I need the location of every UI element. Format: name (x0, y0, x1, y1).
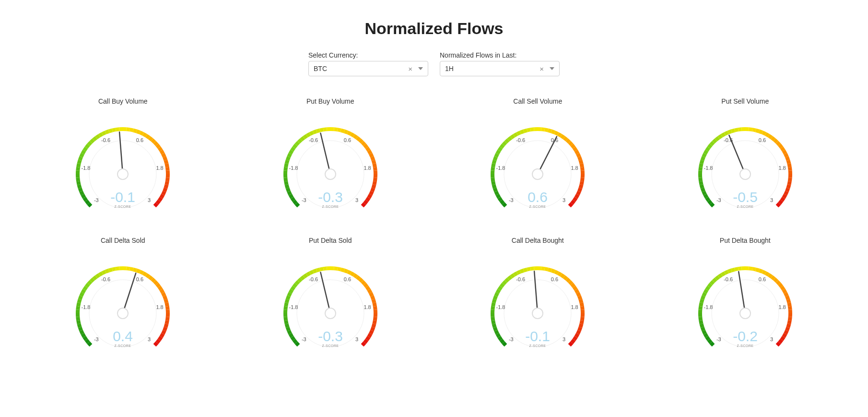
gauge-tick-label: 1.8 (778, 165, 786, 171)
gauge-needle (320, 133, 330, 174)
chevron-down-icon[interactable] (550, 67, 554, 70)
gauge-tick-label: 3 (770, 197, 773, 203)
gauge-tick-label: 3 (355, 336, 358, 342)
chevron-down-icon[interactable] (418, 67, 423, 70)
gauge-tick-label: -1.8 (496, 165, 505, 171)
gauge-title: Put Sell Volume (721, 97, 769, 105)
gauge-chart: -3-1.8-0.60.61.830.6Z-SCORE (475, 112, 600, 213)
gauge-value: -0.3 (318, 328, 343, 344)
gauge-tick-label: -0.6 (101, 137, 110, 143)
currency-label: Select Currency: (308, 51, 428, 59)
gauge-tick-label: 1.8 (156, 304, 164, 310)
gauge-unit-label: Z-SCORE (322, 205, 339, 208)
gauge-chart: -3-1.8-0.60.61.83-0.3Z-SCORE (268, 251, 393, 352)
gauge-tick-label: 0.6 (344, 137, 351, 143)
gauge-tick-label: -0.6 (724, 276, 733, 282)
gauge-tick-label: -1.8 (704, 304, 713, 310)
gauge-tick-label: -3 (716, 336, 721, 342)
clear-icon[interactable]: × (405, 65, 415, 72)
gauge-tick-label: -3 (94, 197, 99, 203)
gauge-cell: Put Delta Bought-3-1.8-0.60.61.83-0.2Z-S… (651, 237, 840, 352)
gauge-unit-label: Z-SCORE (529, 344, 546, 347)
page-title: Normalized Flows (0, 19, 868, 38)
controls-row: Select Currency: BTC × Normalized Flows … (0, 51, 868, 76)
gauge-cell: Call Delta Sold-3-1.8-0.60.61.830.4Z-SCO… (29, 237, 217, 352)
gauge-tick-label: -3 (716, 197, 721, 203)
gauge-tick-label: -3 (509, 336, 514, 342)
gauge-title: Put Delta Bought (720, 237, 771, 244)
gauge-tick-label: -1.8 (82, 304, 91, 310)
gauge-needle (123, 273, 136, 313)
currency-select[interactable]: BTC × (308, 61, 428, 76)
gauge-title: Call Buy Volume (98, 97, 148, 105)
gauge-needle (739, 272, 745, 313)
gauge-hub (325, 169, 336, 179)
gauge-tick-label: 1.8 (364, 304, 371, 310)
gauge-hub (325, 308, 336, 319)
gauges-grid: Call Buy Volume-3-1.8-0.60.61.83-0.1Z-SC… (0, 97, 868, 352)
window-select[interactable]: 1H × (440, 61, 560, 76)
gauge-tick-label: -3 (302, 197, 306, 203)
gauge-tick-label: 0.6 (136, 276, 143, 282)
gauge-tick-label: 1.8 (364, 165, 371, 171)
gauge-title: Call Delta Bought (512, 237, 564, 244)
gauge-tick-label: 0.6 (759, 276, 766, 282)
gauge-hub (117, 308, 128, 319)
gauge-cell: Call Buy Volume-3-1.8-0.60.61.83-0.1Z-SC… (29, 97, 217, 213)
gauge-unit-label: Z-SCORE (115, 205, 131, 208)
gauge-value: -0.3 (318, 189, 343, 205)
gauge-cell: Put Delta Sold-3-1.8-0.60.61.83-0.3Z-SCO… (236, 237, 425, 352)
gauge-tick-label: 0.6 (344, 276, 351, 282)
window-label: Normalized Flows in Last: (440, 51, 560, 59)
gauge-tick-label: 1.8 (156, 165, 164, 171)
currency-select-value: BTC (314, 65, 405, 72)
gauge-unit-label: Z-SCORE (115, 344, 131, 347)
gauge-hub (532, 169, 543, 179)
gauge-cell: Put Sell Volume-3-1.8-0.60.61.83-0.5Z-SC… (651, 97, 840, 213)
gauge-tick-label: -0.6 (101, 276, 110, 282)
gauge-chart: -3-1.8-0.60.61.83-0.3Z-SCORE (268, 112, 393, 213)
gauge-tick-label: -3 (94, 336, 99, 342)
gauge-needle (729, 135, 745, 174)
gauge-tick-label: -0.6 (516, 276, 525, 282)
gauge-tick-label: -0.6 (516, 137, 525, 143)
gauge-tick-label: 1.8 (571, 165, 578, 171)
gauge-unit-label: Z-SCORE (322, 344, 339, 347)
gauge-chart: -3-1.8-0.60.61.83-0.1Z-SCORE (475, 251, 600, 352)
gauge-tick-label: 3 (148, 336, 151, 342)
gauge-tick-label: 1.8 (571, 304, 578, 310)
gauge-title: Put Delta Sold (309, 237, 352, 244)
gauge-value: 0.6 (528, 189, 548, 205)
gauge-tick-label: 0.6 (551, 276, 558, 282)
gauge-tick-label: 3 (148, 197, 151, 203)
gauge-tick-label: 1.8 (778, 304, 786, 310)
window-select-value: 1H (445, 65, 537, 72)
gauge-tick-label: 3 (563, 197, 565, 203)
gauge-tick-label: -1.8 (82, 165, 91, 171)
gauge-tick-label: -3 (509, 197, 514, 203)
gauge-hub (740, 169, 751, 179)
gauge-tick-label: 3 (355, 197, 358, 203)
gauge-chart: -3-1.8-0.60.61.830.4Z-SCORE (60, 251, 185, 352)
gauge-unit-label: Z-SCORE (529, 205, 546, 208)
gauge-value: -0.1 (525, 328, 550, 344)
gauge-title: Put Buy Volume (306, 97, 354, 105)
gauge-value: -0.2 (733, 328, 758, 344)
clear-icon[interactable]: × (537, 65, 547, 72)
gauge-tick-label: -1.8 (289, 165, 298, 171)
gauge-value: 0.4 (113, 328, 133, 344)
gauge-tick-label: -1.8 (496, 304, 505, 310)
gauge-title: Call Delta Sold (101, 237, 145, 244)
gauge-cell: Call Delta Bought-3-1.8-0.60.61.83-0.1Z-… (444, 237, 632, 352)
gauge-tick-label: 3 (563, 336, 565, 342)
gauge-tick-label: 0.6 (136, 137, 143, 143)
gauge-cell: Put Buy Volume-3-1.8-0.60.61.83-0.3Z-SCO… (236, 97, 425, 213)
gauge-title: Call Sell Volume (513, 97, 562, 105)
gauge-unit-label: Z-SCORE (737, 344, 753, 347)
gauge-value: -0.5 (733, 189, 758, 205)
gauge-hub (117, 169, 128, 179)
gauge-hub (740, 308, 751, 319)
gauge-chart: -3-1.8-0.60.61.83-0.5Z-SCORE (683, 112, 808, 213)
gauge-needle (320, 272, 330, 313)
window-control: Normalized Flows in Last: 1H × (440, 51, 560, 76)
